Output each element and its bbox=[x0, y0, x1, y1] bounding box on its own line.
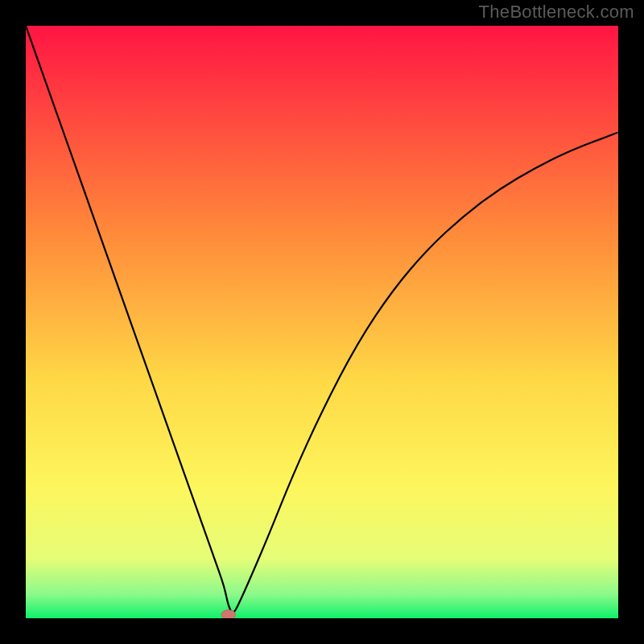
watermark-text: TheBottleneck.com bbox=[479, 2, 634, 23]
gradient-background bbox=[26, 26, 618, 618]
bottleneck-chart bbox=[26, 26, 618, 618]
chart-frame: TheBottleneck.com bbox=[0, 0, 644, 644]
optimum-marker bbox=[221, 610, 236, 618]
plot-area bbox=[26, 26, 618, 618]
